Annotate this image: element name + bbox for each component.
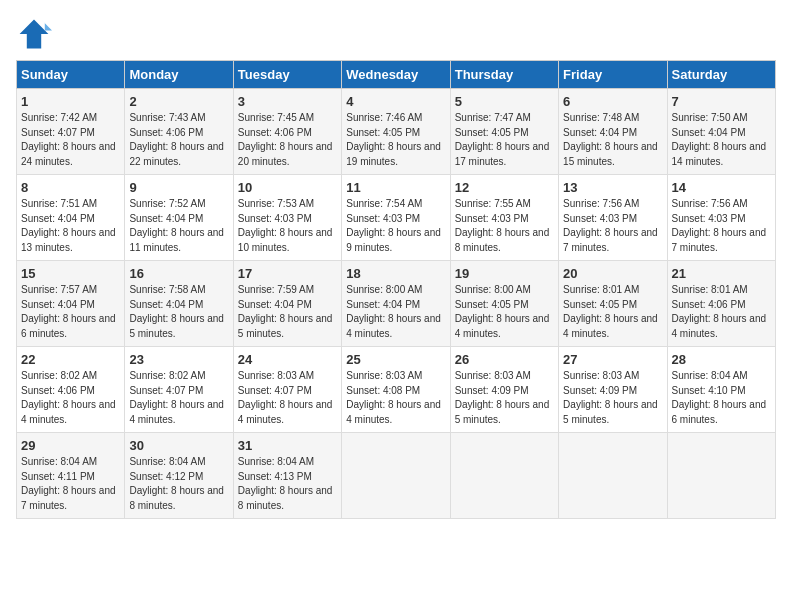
calendar-cell: 17Sunrise: 7:59 AMSunset: 4:04 PMDayligh… (233, 261, 341, 347)
day-number: 18 (346, 266, 445, 281)
calendar-cell: 7Sunrise: 7:50 AMSunset: 4:04 PMDaylight… (667, 89, 775, 175)
day-number: 17 (238, 266, 337, 281)
calendar-cell: 23Sunrise: 8:02 AMSunset: 4:07 PMDayligh… (125, 347, 233, 433)
day-number: 12 (455, 180, 554, 195)
calendar-cell: 26Sunrise: 8:03 AMSunset: 4:09 PMDayligh… (450, 347, 558, 433)
day-info: Sunrise: 7:43 AMSunset: 4:06 PMDaylight:… (129, 111, 228, 169)
calendar-cell: 27Sunrise: 8:03 AMSunset: 4:09 PMDayligh… (559, 347, 667, 433)
day-number: 29 (21, 438, 120, 453)
day-info: Sunrise: 7:54 AMSunset: 4:03 PMDaylight:… (346, 197, 445, 255)
day-info: Sunrise: 8:01 AMSunset: 4:05 PMDaylight:… (563, 283, 662, 341)
day-number: 11 (346, 180, 445, 195)
calendar-week-row: 1Sunrise: 7:42 AMSunset: 4:07 PMDaylight… (17, 89, 776, 175)
calendar-week-row: 29Sunrise: 8:04 AMSunset: 4:11 PMDayligh… (17, 433, 776, 519)
day-number: 26 (455, 352, 554, 367)
day-number: 6 (563, 94, 662, 109)
calendar-cell: 22Sunrise: 8:02 AMSunset: 4:06 PMDayligh… (17, 347, 125, 433)
day-info: Sunrise: 7:57 AMSunset: 4:04 PMDaylight:… (21, 283, 120, 341)
calendar-cell: 14Sunrise: 7:56 AMSunset: 4:03 PMDayligh… (667, 175, 775, 261)
calendar-header-row: SundayMondayTuesdayWednesdayThursdayFrid… (17, 61, 776, 89)
calendar-cell: 6Sunrise: 7:48 AMSunset: 4:04 PMDaylight… (559, 89, 667, 175)
day-number: 30 (129, 438, 228, 453)
day-info: Sunrise: 7:42 AMSunset: 4:07 PMDaylight:… (21, 111, 120, 169)
calendar-cell (342, 433, 450, 519)
calendar-cell (667, 433, 775, 519)
calendar-cell (450, 433, 558, 519)
day-info: Sunrise: 7:47 AMSunset: 4:05 PMDaylight:… (455, 111, 554, 169)
calendar-cell: 12Sunrise: 7:55 AMSunset: 4:03 PMDayligh… (450, 175, 558, 261)
day-info: Sunrise: 8:02 AMSunset: 4:07 PMDaylight:… (129, 369, 228, 427)
day-info: Sunrise: 8:00 AMSunset: 4:05 PMDaylight:… (455, 283, 554, 341)
calendar-cell: 30Sunrise: 8:04 AMSunset: 4:12 PMDayligh… (125, 433, 233, 519)
calendar-cell: 24Sunrise: 8:03 AMSunset: 4:07 PMDayligh… (233, 347, 341, 433)
day-number: 14 (672, 180, 771, 195)
logo (16, 16, 56, 52)
day-info: Sunrise: 8:03 AMSunset: 4:09 PMDaylight:… (563, 369, 662, 427)
calendar-week-row: 22Sunrise: 8:02 AMSunset: 4:06 PMDayligh… (17, 347, 776, 433)
day-info: Sunrise: 7:48 AMSunset: 4:04 PMDaylight:… (563, 111, 662, 169)
calendar-cell: 5Sunrise: 7:47 AMSunset: 4:05 PMDaylight… (450, 89, 558, 175)
day-number: 15 (21, 266, 120, 281)
calendar-cell: 15Sunrise: 7:57 AMSunset: 4:04 PMDayligh… (17, 261, 125, 347)
day-info: Sunrise: 7:53 AMSunset: 4:03 PMDaylight:… (238, 197, 337, 255)
calendar-cell: 2Sunrise: 7:43 AMSunset: 4:06 PMDaylight… (125, 89, 233, 175)
day-info: Sunrise: 8:01 AMSunset: 4:06 PMDaylight:… (672, 283, 771, 341)
calendar-cell: 10Sunrise: 7:53 AMSunset: 4:03 PMDayligh… (233, 175, 341, 261)
calendar-cell: 19Sunrise: 8:00 AMSunset: 4:05 PMDayligh… (450, 261, 558, 347)
header-saturday: Saturday (667, 61, 775, 89)
day-number: 2 (129, 94, 228, 109)
day-number: 21 (672, 266, 771, 281)
calendar-cell (559, 433, 667, 519)
page-header (16, 16, 776, 52)
day-number: 13 (563, 180, 662, 195)
day-number: 22 (21, 352, 120, 367)
day-number: 31 (238, 438, 337, 453)
day-info: Sunrise: 8:03 AMSunset: 4:09 PMDaylight:… (455, 369, 554, 427)
day-info: Sunrise: 7:55 AMSunset: 4:03 PMDaylight:… (455, 197, 554, 255)
calendar-cell: 18Sunrise: 8:00 AMSunset: 4:04 PMDayligh… (342, 261, 450, 347)
calendar-week-row: 15Sunrise: 7:57 AMSunset: 4:04 PMDayligh… (17, 261, 776, 347)
calendar-cell: 11Sunrise: 7:54 AMSunset: 4:03 PMDayligh… (342, 175, 450, 261)
calendar-cell: 3Sunrise: 7:45 AMSunset: 4:06 PMDaylight… (233, 89, 341, 175)
day-info: Sunrise: 8:04 AMSunset: 4:13 PMDaylight:… (238, 455, 337, 513)
calendar-cell: 16Sunrise: 7:58 AMSunset: 4:04 PMDayligh… (125, 261, 233, 347)
day-number: 25 (346, 352, 445, 367)
calendar-cell: 31Sunrise: 8:04 AMSunset: 4:13 PMDayligh… (233, 433, 341, 519)
day-number: 5 (455, 94, 554, 109)
header-wednesday: Wednesday (342, 61, 450, 89)
header-friday: Friday (559, 61, 667, 89)
day-number: 27 (563, 352, 662, 367)
day-info: Sunrise: 8:00 AMSunset: 4:04 PMDaylight:… (346, 283, 445, 341)
day-info: Sunrise: 7:46 AMSunset: 4:05 PMDaylight:… (346, 111, 445, 169)
calendar-cell: 4Sunrise: 7:46 AMSunset: 4:05 PMDaylight… (342, 89, 450, 175)
day-number: 16 (129, 266, 228, 281)
day-info: Sunrise: 7:59 AMSunset: 4:04 PMDaylight:… (238, 283, 337, 341)
calendar-week-row: 8Sunrise: 7:51 AMSunset: 4:04 PMDaylight… (17, 175, 776, 261)
calendar-cell: 25Sunrise: 8:03 AMSunset: 4:08 PMDayligh… (342, 347, 450, 433)
calendar-cell: 8Sunrise: 7:51 AMSunset: 4:04 PMDaylight… (17, 175, 125, 261)
day-number: 20 (563, 266, 662, 281)
day-info: Sunrise: 8:04 AMSunset: 4:11 PMDaylight:… (21, 455, 120, 513)
calendar-cell: 9Sunrise: 7:52 AMSunset: 4:04 PMDaylight… (125, 175, 233, 261)
day-info: Sunrise: 8:02 AMSunset: 4:06 PMDaylight:… (21, 369, 120, 427)
day-number: 1 (21, 94, 120, 109)
day-number: 3 (238, 94, 337, 109)
logo-icon (16, 16, 52, 52)
day-info: Sunrise: 7:50 AMSunset: 4:04 PMDaylight:… (672, 111, 771, 169)
day-number: 28 (672, 352, 771, 367)
day-number: 19 (455, 266, 554, 281)
day-info: Sunrise: 8:04 AMSunset: 4:12 PMDaylight:… (129, 455, 228, 513)
header-tuesday: Tuesday (233, 61, 341, 89)
day-info: Sunrise: 8:04 AMSunset: 4:10 PMDaylight:… (672, 369, 771, 427)
svg-marker-0 (20, 20, 49, 49)
calendar-cell: 21Sunrise: 8:01 AMSunset: 4:06 PMDayligh… (667, 261, 775, 347)
header-thursday: Thursday (450, 61, 558, 89)
calendar-cell: 28Sunrise: 8:04 AMSunset: 4:10 PMDayligh… (667, 347, 775, 433)
calendar-cell: 13Sunrise: 7:56 AMSunset: 4:03 PMDayligh… (559, 175, 667, 261)
day-info: Sunrise: 8:03 AMSunset: 4:08 PMDaylight:… (346, 369, 445, 427)
calendar-cell: 20Sunrise: 8:01 AMSunset: 4:05 PMDayligh… (559, 261, 667, 347)
day-number: 10 (238, 180, 337, 195)
day-info: Sunrise: 8:03 AMSunset: 4:07 PMDaylight:… (238, 369, 337, 427)
day-info: Sunrise: 7:56 AMSunset: 4:03 PMDaylight:… (563, 197, 662, 255)
header-monday: Monday (125, 61, 233, 89)
